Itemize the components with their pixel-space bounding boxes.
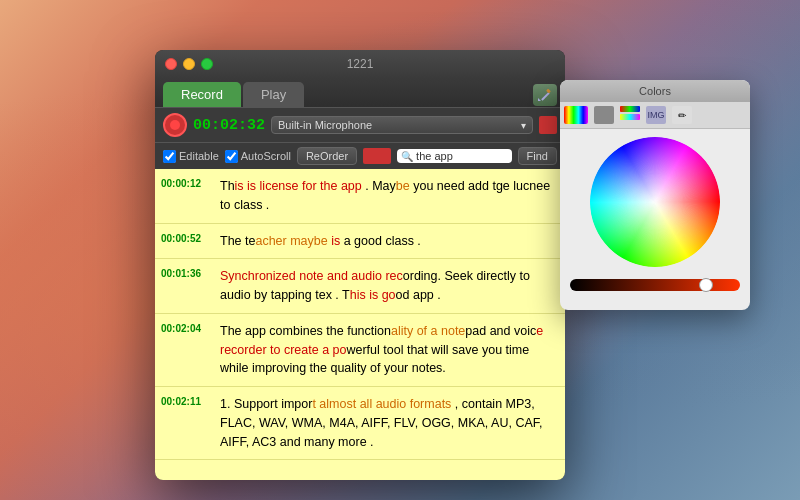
brightness-slider[interactable]: [570, 279, 740, 291]
timer-display: 00:02:32: [193, 117, 265, 134]
color-swatch[interactable]: [363, 148, 391, 164]
text-segment: od app .: [396, 288, 441, 302]
note-entry: 00:00:12This is license for the app . Ma…: [155, 169, 565, 224]
note-entry: 00:00:52The teacher maybe is a good clas…: [155, 224, 565, 260]
slider-thumb: [699, 278, 713, 292]
text-segment: is: [331, 234, 340, 248]
maximize-button[interactable]: [201, 58, 213, 70]
autoscroll-checkbox[interactable]: [225, 150, 238, 163]
editable-checkbox-label[interactable]: Editable: [163, 150, 219, 163]
text-segment: pad and voic: [465, 324, 536, 338]
note-text[interactable]: This is license for the app . Maybe you …: [220, 177, 565, 215]
colors-title-bar: Colors: [560, 80, 750, 102]
notes-content[interactable]: 00:00:12This is license for the app . Ma…: [155, 169, 565, 480]
color-wheel[interactable]: [590, 137, 720, 267]
microphone-label: Built-in Microphone: [278, 119, 372, 131]
text-segment: ality of a note: [391, 324, 465, 338]
autoscroll-checkbox-label[interactable]: AutoScroll: [225, 150, 291, 163]
text-segment: Synchronized note and audio rec: [220, 269, 403, 283]
colors-title: Colors: [639, 85, 671, 97]
text-segment: acher maybe: [255, 234, 327, 248]
editable-checkbox[interactable]: [163, 150, 176, 163]
text-segment: The app combines the function: [220, 324, 391, 338]
brightness-slider-container: [560, 275, 750, 309]
search-input[interactable]: [416, 150, 476, 162]
pencil-colors-icon[interactable]: ✏: [672, 106, 692, 124]
close-button[interactable]: [165, 58, 177, 70]
record-button[interactable]: [163, 113, 187, 137]
editable-label: Editable: [179, 150, 219, 162]
reorder-button[interactable]: ReOrder: [297, 147, 357, 165]
tab-bar: Record Play: [155, 78, 565, 107]
image-palettes-icon[interactable]: IMG: [646, 106, 666, 124]
note-text[interactable]: Synchronized note and audio recording. S…: [220, 267, 565, 305]
text-segment: The te: [220, 234, 255, 248]
color-bottom-bar: [560, 309, 750, 310]
window-title: 1221: [347, 57, 374, 71]
text-segment: his is go: [350, 288, 396, 302]
color-wheel-canvas[interactable]: [590, 137, 720, 267]
note-timestamp: 00:00:52: [155, 232, 220, 251]
main-window: 1221 Record Play 00:02:32 Built-in Micro…: [155, 50, 565, 480]
minimize-button[interactable]: [183, 58, 195, 70]
note-entry: 00:02:111. Support import almost all aud…: [155, 387, 565, 460]
text-segment: . May: [362, 179, 396, 193]
toolbar: 00:02:32 Built-in Microphone ▾: [155, 107, 565, 142]
find-button[interactable]: Find: [518, 147, 557, 165]
search-box[interactable]: 🔍: [397, 149, 512, 163]
crayons-icon[interactable]: [594, 106, 614, 124]
note-entry: 00:01:36Synchronized note and audio reco…: [155, 259, 565, 314]
colors-panel: Colors IMG ✏: [560, 80, 750, 310]
note-entry: 00:02:04The app combines the functionali…: [155, 314, 565, 387]
text-segment: a good class .: [340, 234, 421, 248]
note-text[interactable]: The app combines the functionality of a …: [220, 322, 565, 378]
record-dot: [170, 120, 180, 130]
edit-icon-button[interactable]: [533, 84, 557, 106]
color-wheel-container: [560, 129, 750, 275]
svg-rect-2: [546, 89, 551, 94]
tab-record[interactable]: Record: [163, 82, 241, 107]
svg-rect-0: [541, 92, 549, 100]
colors-toolbar: IMG ✏: [560, 102, 750, 129]
window-controls: [165, 58, 213, 70]
palettes-icon[interactable]: [620, 106, 640, 124]
note-timestamp: 00:02:04: [155, 322, 220, 378]
text-segment: be: [396, 179, 410, 193]
text-segment: 1. Support impor: [220, 397, 312, 411]
note-text[interactable]: The teacher maybe is a good class .: [220, 232, 565, 251]
text-segment: Th: [220, 179, 235, 193]
tab-play[interactable]: Play: [243, 82, 304, 107]
note-text[interactable]: 1. Support import almost all audio forma…: [220, 395, 565, 451]
text-segment: t almost all audio formats: [312, 397, 451, 411]
note-timestamp: 00:02:11: [155, 395, 220, 451]
title-bar: 1221: [155, 50, 565, 78]
dropdown-arrow-icon: ▾: [521, 120, 526, 131]
color-spectrum-icon[interactable]: [564, 106, 588, 124]
options-bar: Editable AutoScroll ReOrder 🔍 Find: [155, 142, 565, 169]
svg-marker-1: [538, 98, 541, 101]
pencil-icon: [538, 88, 552, 102]
stop-button[interactable]: [539, 116, 557, 134]
note-timestamp: 00:01:36: [155, 267, 220, 305]
text-segment: is is license for the app: [235, 179, 362, 193]
search-icon: 🔍: [401, 151, 413, 162]
microphone-selector[interactable]: Built-in Microphone ▾: [271, 116, 533, 134]
note-timestamp: 00:00:12: [155, 177, 220, 215]
autoscroll-label: AutoScroll: [241, 150, 291, 162]
